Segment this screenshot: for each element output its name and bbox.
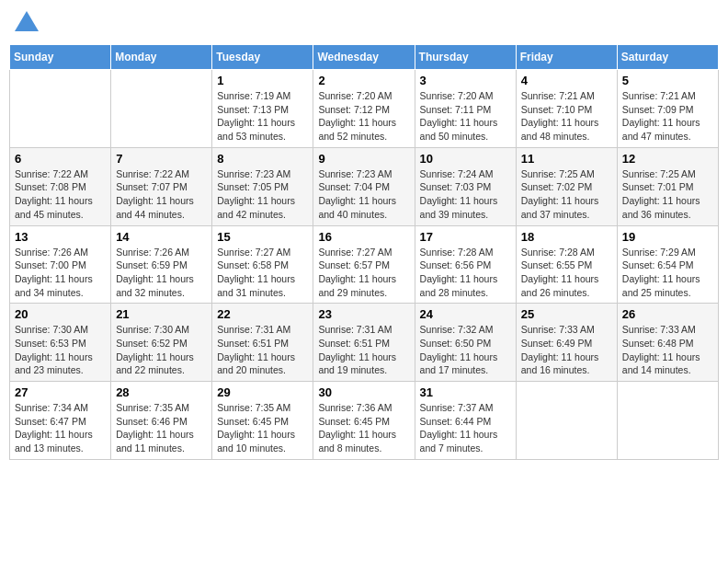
day-of-week-header: Wednesday xyxy=(313,45,415,70)
day-info: Sunrise: 7:36 AM Sunset: 6:45 PM Dayligh… xyxy=(318,401,409,455)
day-number: 30 xyxy=(318,385,409,399)
day-number: 14 xyxy=(116,230,207,244)
calendar-cell xyxy=(111,70,212,148)
calendar-week-row: 20Sunrise: 7:30 AM Sunset: 6:53 PM Dayli… xyxy=(10,304,719,382)
day-info: Sunrise: 7:23 AM Sunset: 7:04 PM Dayligh… xyxy=(318,167,409,222)
day-number: 18 xyxy=(521,230,612,244)
calendar-week-row: 13Sunrise: 7:26 AM Sunset: 7:00 PM Dayli… xyxy=(10,225,719,304)
day-info: Sunrise: 7:34 AM Sunset: 6:47 PM Dayligh… xyxy=(15,401,106,455)
calendar-week-row: 27Sunrise: 7:34 AM Sunset: 6:47 PM Dayli… xyxy=(10,382,719,460)
day-number: 16 xyxy=(318,230,409,244)
day-of-week-header: Friday xyxy=(516,45,617,70)
day-number: 28 xyxy=(116,385,207,399)
calendar-cell: 10Sunrise: 7:24 AM Sunset: 7:03 PM Dayli… xyxy=(415,147,516,225)
day-info: Sunrise: 7:20 AM Sunset: 7:11 PM Dayligh… xyxy=(420,89,511,144)
day-info: Sunrise: 7:22 AM Sunset: 7:07 PM Dayligh… xyxy=(116,167,207,222)
calendar-cell: 6Sunrise: 7:22 AM Sunset: 7:08 PM Daylig… xyxy=(10,147,111,225)
day-number: 26 xyxy=(622,307,713,321)
day-info: Sunrise: 7:25 AM Sunset: 7:01 PM Dayligh… xyxy=(622,167,713,222)
calendar-cell: 28Sunrise: 7:35 AM Sunset: 6:46 PM Dayli… xyxy=(111,382,212,460)
svg-marker-0 xyxy=(15,11,39,31)
day-of-week-header: Thursday xyxy=(415,45,516,70)
calendar-cell: 3Sunrise: 7:20 AM Sunset: 7:11 PM Daylig… xyxy=(415,70,516,148)
day-info: Sunrise: 7:26 AM Sunset: 7:00 PM Dayligh… xyxy=(15,246,106,300)
calendar-cell: 13Sunrise: 7:26 AM Sunset: 7:00 PM Dayli… xyxy=(10,225,111,304)
day-info: Sunrise: 7:29 AM Sunset: 6:54 PM Dayligh… xyxy=(622,246,713,300)
day-info: Sunrise: 7:28 AM Sunset: 6:55 PM Dayligh… xyxy=(521,246,612,300)
calendar-cell xyxy=(516,382,617,460)
day-number: 13 xyxy=(15,230,106,244)
calendar-cell: 30Sunrise: 7:36 AM Sunset: 6:45 PM Dayli… xyxy=(313,382,415,460)
calendar-cell xyxy=(617,382,718,460)
day-info: Sunrise: 7:31 AM Sunset: 6:51 PM Dayligh… xyxy=(318,323,409,377)
day-number: 10 xyxy=(420,152,511,166)
calendar-cell: 22Sunrise: 7:31 AM Sunset: 6:51 PM Dayli… xyxy=(212,304,313,382)
day-info: Sunrise: 7:28 AM Sunset: 6:56 PM Dayligh… xyxy=(420,246,511,300)
day-number: 31 xyxy=(420,385,511,399)
calendar-cell: 19Sunrise: 7:29 AM Sunset: 6:54 PM Dayli… xyxy=(617,225,718,304)
calendar-cell: 27Sunrise: 7:34 AM Sunset: 6:47 PM Dayli… xyxy=(10,382,111,460)
day-info: Sunrise: 7:22 AM Sunset: 7:08 PM Dayligh… xyxy=(15,167,106,222)
page-header xyxy=(9,9,719,37)
day-of-week-header: Tuesday xyxy=(212,45,313,70)
calendar-cell: 23Sunrise: 7:31 AM Sunset: 6:51 PM Dayli… xyxy=(313,304,415,382)
header-row: SundayMondayTuesdayWednesdayThursdayFrid… xyxy=(10,45,719,70)
day-number: 19 xyxy=(622,230,713,244)
day-number: 17 xyxy=(420,230,511,244)
calendar-cell: 11Sunrise: 7:25 AM Sunset: 7:02 PM Dayli… xyxy=(516,147,617,225)
day-number: 27 xyxy=(15,385,106,399)
calendar-cell: 31Sunrise: 7:37 AM Sunset: 6:44 PM Dayli… xyxy=(415,382,516,460)
day-number: 24 xyxy=(420,307,511,321)
calendar-cell: 18Sunrise: 7:28 AM Sunset: 6:55 PM Dayli… xyxy=(516,225,617,304)
day-number: 5 xyxy=(622,74,713,87)
day-number: 11 xyxy=(521,152,612,166)
day-number: 8 xyxy=(217,152,308,166)
calendar-cell: 17Sunrise: 7:28 AM Sunset: 6:56 PM Dayli… xyxy=(415,225,516,304)
calendar-cell: 21Sunrise: 7:30 AM Sunset: 6:52 PM Dayli… xyxy=(111,304,212,382)
day-info: Sunrise: 7:19 AM Sunset: 7:13 PM Dayligh… xyxy=(217,89,308,144)
calendar-cell: 15Sunrise: 7:27 AM Sunset: 6:58 PM Dayli… xyxy=(212,225,313,304)
calendar-cell: 9Sunrise: 7:23 AM Sunset: 7:04 PM Daylig… xyxy=(313,147,415,225)
day-number: 3 xyxy=(420,74,511,87)
calendar-cell: 14Sunrise: 7:26 AM Sunset: 6:59 PM Dayli… xyxy=(111,225,212,304)
calendar-cell: 4Sunrise: 7:21 AM Sunset: 7:10 PM Daylig… xyxy=(516,70,617,148)
day-info: Sunrise: 7:31 AM Sunset: 6:51 PM Dayligh… xyxy=(217,323,308,377)
day-of-week-header: Monday xyxy=(111,45,212,70)
day-number: 22 xyxy=(217,307,308,321)
day-info: Sunrise: 7:37 AM Sunset: 6:44 PM Dayligh… xyxy=(420,401,511,455)
day-info: Sunrise: 7:26 AM Sunset: 6:59 PM Dayligh… xyxy=(116,246,207,300)
day-number: 29 xyxy=(217,385,308,399)
day-info: Sunrise: 7:30 AM Sunset: 6:52 PM Dayligh… xyxy=(116,323,207,377)
day-info: Sunrise: 7:33 AM Sunset: 6:49 PM Dayligh… xyxy=(521,323,612,377)
day-info: Sunrise: 7:23 AM Sunset: 7:05 PM Dayligh… xyxy=(217,167,308,222)
day-info: Sunrise: 7:30 AM Sunset: 6:53 PM Dayligh… xyxy=(15,323,106,377)
day-info: Sunrise: 7:35 AM Sunset: 6:46 PM Dayligh… xyxy=(116,401,207,455)
calendar-week-row: 1Sunrise: 7:19 AM Sunset: 7:13 PM Daylig… xyxy=(10,70,719,148)
day-info: Sunrise: 7:21 AM Sunset: 7:10 PM Dayligh… xyxy=(521,89,612,144)
day-number: 9 xyxy=(318,152,409,166)
day-number: 7 xyxy=(116,152,207,166)
day-info: Sunrise: 7:20 AM Sunset: 7:12 PM Dayligh… xyxy=(318,89,409,144)
calendar-cell: 16Sunrise: 7:27 AM Sunset: 6:57 PM Dayli… xyxy=(313,225,415,304)
logo xyxy=(13,9,42,37)
calendar-cell: 12Sunrise: 7:25 AM Sunset: 7:01 PM Dayli… xyxy=(617,147,718,225)
day-number: 20 xyxy=(15,307,106,321)
calendar-cell: 25Sunrise: 7:33 AM Sunset: 6:49 PM Dayli… xyxy=(516,304,617,382)
calendar-cell: 26Sunrise: 7:33 AM Sunset: 6:48 PM Dayli… xyxy=(617,304,718,382)
calendar-cell: 29Sunrise: 7:35 AM Sunset: 6:45 PM Dayli… xyxy=(212,382,313,460)
day-info: Sunrise: 7:32 AM Sunset: 6:50 PM Dayligh… xyxy=(420,323,511,377)
day-info: Sunrise: 7:33 AM Sunset: 6:48 PM Dayligh… xyxy=(622,323,713,377)
day-number: 12 xyxy=(622,152,713,166)
logo-icon xyxy=(13,9,40,37)
calendar-cell: 2Sunrise: 7:20 AM Sunset: 7:12 PM Daylig… xyxy=(313,70,415,148)
day-number: 2 xyxy=(318,74,409,87)
calendar-week-row: 6Sunrise: 7:22 AM Sunset: 7:08 PM Daylig… xyxy=(10,147,719,225)
day-info: Sunrise: 7:24 AM Sunset: 7:03 PM Dayligh… xyxy=(420,167,511,222)
calendar-cell: 20Sunrise: 7:30 AM Sunset: 6:53 PM Dayli… xyxy=(10,304,111,382)
day-number: 6 xyxy=(15,152,106,166)
calendar-cell xyxy=(10,70,111,148)
day-number: 23 xyxy=(318,307,409,321)
calendar-cell: 7Sunrise: 7:22 AM Sunset: 7:07 PM Daylig… xyxy=(111,147,212,225)
day-of-week-header: Saturday xyxy=(617,45,718,70)
day-number: 1 xyxy=(217,74,308,87)
